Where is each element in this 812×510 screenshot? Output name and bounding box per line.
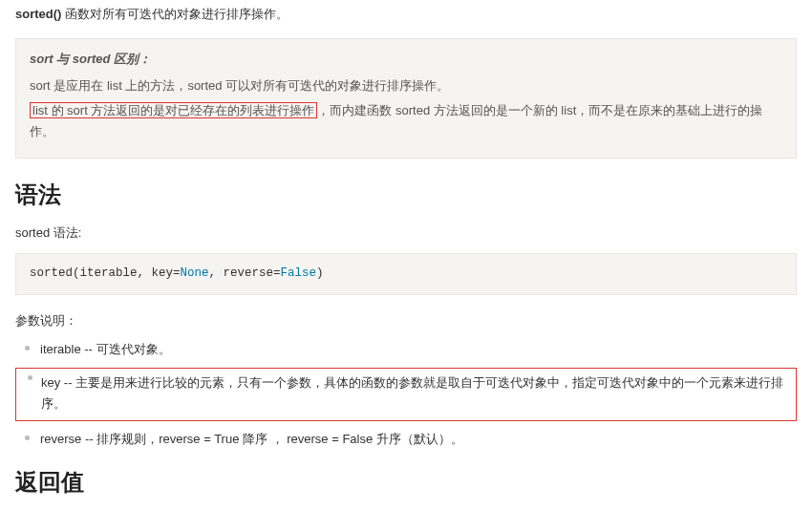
params-list: iterable -- 可迭代对象。 key -- 主要是用来进行比较的元素，只…: [15, 339, 797, 450]
code-fn: sorted: [30, 266, 73, 280]
note-box: sort 与 sorted 区别： sort 是应用在 list 上的方法，so…: [15, 38, 797, 159]
code-open: (iterable, key=: [73, 266, 181, 280]
code-block: sorted(iterable, key=None, reverse=False…: [15, 253, 797, 294]
note-line-2: list 的 sort 方法返回的是对已经存在的列表进行操作，而内建函数 sor…: [30, 100, 782, 142]
code-mid: , reverse=: [209, 266, 281, 280]
code-none: None: [181, 266, 209, 280]
return-heading: 返回值: [15, 463, 797, 502]
syntax-desc: sorted 语法:: [15, 223, 797, 244]
note-highlight: list 的 sort 方法返回的是对已经存在的列表进行操作: [30, 102, 317, 118]
code-false: False: [281, 266, 317, 280]
note-line-1: sort 是应用在 list 上的方法，sorted 可以对所有可迭代的对象进行…: [30, 75, 782, 96]
code-close: ): [316, 266, 324, 280]
func-name: sorted(): [15, 7, 61, 21]
param-iterable: iterable -- 可迭代对象。: [15, 339, 797, 360]
intro-paragraph: sorted() 函数对所有可迭代的对象进行排序操作。: [15, 4, 797, 25]
params-label: 参数说明：: [15, 310, 797, 331]
param-key: key -- 主要是用来进行比较的元素，只有一个参数，具体的函数的参数就是取自于…: [15, 368, 797, 421]
syntax-heading: 语法: [15, 176, 797, 215]
note-title: sort 与 sorted 区别：: [30, 49, 782, 70]
intro-text: 函数对所有可迭代的对象进行排序操作。: [61, 7, 288, 21]
param-reverse: reverse -- 排序规则，reverse = True 降序 ， reve…: [15, 429, 797, 450]
